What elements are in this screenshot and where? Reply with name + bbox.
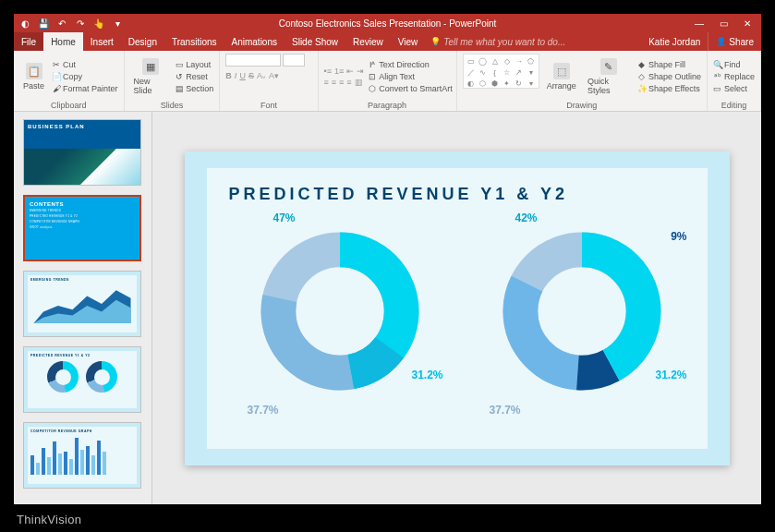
qat-dropdown-icon[interactable]: ▾ (112, 18, 123, 29)
format-painter-icon: 🖌 (52, 84, 61, 93)
bullets-button[interactable]: •≡ (324, 66, 332, 76)
paste-label: Paste (23, 81, 44, 91)
shape-fill-label: Shape Fill (648, 60, 685, 69)
reset-button[interactable]: ↺Reset (175, 71, 213, 82)
font-family-combo[interactable] (225, 54, 281, 66)
monitor-brand: ThinkVision (17, 513, 81, 526)
autosave-icon[interactable]: ◐ (19, 18, 30, 29)
tab-review[interactable]: Review (345, 32, 391, 51)
close-button[interactable]: ✕ (741, 18, 754, 29)
numbering-button[interactable]: 1≡ (334, 66, 344, 76)
ribbon: 📋Paste ✂Cut 📄Copy 🖌Format Painter Clipbo… (14, 51, 761, 112)
paste-button[interactable]: 📋Paste (19, 54, 48, 100)
undo-icon[interactable]: ↶ (56, 18, 67, 29)
select-icon: ▭ (713, 84, 722, 93)
donut-y1-label-312: 31.2% (411, 369, 442, 381)
indent-decrease-button[interactable]: ⇤ (346, 66, 354, 76)
shape-effects-label: Shape Effects (648, 84, 700, 93)
align-text-icon: ⊡ (368, 72, 377, 81)
align-center-button[interactable]: ≡ (332, 78, 336, 87)
tab-design[interactable]: Design (121, 32, 164, 51)
font-color-button[interactable]: A▾ (269, 71, 279, 80)
group-label-editing: Editing (713, 101, 755, 110)
thumb-5-bar-chart (30, 436, 134, 475)
share-button[interactable]: Share (708, 32, 761, 51)
shape-outline-icon: ◇ (637, 72, 647, 81)
underline-button[interactable]: U (239, 71, 246, 80)
cut-button[interactable]: ✂Cut (52, 59, 118, 70)
donut-chart-y2[interactable]: 42% 9% 31.2% 37.7% (471, 210, 685, 431)
section-button[interactable]: ▤Section (175, 83, 213, 94)
slide-thumbnail-panel[interactable]: BUSINESS PLAN CONTENTS EMERGING TRENDS P… (14, 112, 152, 504)
text-direction-icon: Iᴬ (368, 60, 377, 69)
columns-button[interactable]: ▥ (355, 78, 363, 87)
select-button[interactable]: ▭Select (713, 83, 755, 94)
redo-icon[interactable]: ↷ (75, 18, 86, 29)
slide-thumb-1[interactable]: BUSINESS PLAN (23, 119, 141, 186)
align-right-button[interactable]: ≡ (339, 78, 344, 87)
save-icon[interactable]: 💾 (38, 18, 49, 29)
tab-insert[interactable]: Insert (83, 32, 121, 51)
ribbon-group-paragraph: •≡ 1≡ ⇤ ⇥ ≡ ≡ ≡ ≡ ▥ IᴬText Direction (319, 51, 457, 111)
donut-y1-label-47: 47% (273, 212, 296, 224)
bold-button[interactable]: B (225, 71, 232, 80)
text-direction-button[interactable]: IᴬText Direction (368, 59, 453, 70)
quick-styles-button[interactable]: ✎Quick Styles (584, 54, 634, 100)
thumb-2-line-4: SWOT analysis (30, 225, 135, 229)
tab-view[interactable]: View (391, 32, 426, 51)
touch-icon[interactable]: 👆 (93, 18, 104, 29)
thumb-3-area-chart (30, 284, 134, 323)
replace-button[interactable]: ᵃᵇReplace (713, 71, 755, 82)
strike-button[interactable]: S (248, 71, 254, 80)
format-painter-button[interactable]: 🖌Format Painter (52, 83, 118, 94)
tab-animations[interactable]: Animations (224, 32, 285, 51)
shape-outline-button[interactable]: ◇Shape Outline (637, 71, 701, 82)
cut-icon: ✂ (52, 60, 61, 69)
find-button[interactable]: 🔍Find (713, 59, 755, 70)
copy-icon: 📄 (52, 72, 61, 81)
align-text-label: Align Text (379, 72, 415, 81)
section-label: Section (186, 84, 213, 93)
tab-transitions[interactable]: Transitions (164, 32, 224, 51)
reset-label: Reset (186, 72, 208, 81)
shapes-gallery[interactable]: ▭◯△◇→⬠ ／∿{☆↗▾ ◐⬡⬢✦↻▾ (463, 54, 539, 89)
slide-thumb-5[interactable]: COMPETITOR REVENUE GRAPH (23, 422, 141, 489)
tell-me-search[interactable]: Tell me what you want to do... (430, 32, 565, 51)
find-icon: 🔍 (713, 60, 722, 69)
donut-chart-y1[interactable]: 47% 31.2% 37.7% (229, 210, 443, 431)
tab-file[interactable]: File (14, 32, 43, 51)
layout-button[interactable]: ▭Layout (175, 59, 213, 70)
find-label: Find (724, 60, 741, 69)
cut-label: Cut (63, 60, 76, 69)
ribbon-group-editing: 🔍Find ᵃᵇReplace ▭Select Editing (708, 51, 761, 111)
shape-effects-button[interactable]: ✨Shape Effects (637, 83, 701, 94)
tab-slideshow[interactable]: Slide Show (285, 32, 345, 51)
slide-canvas[interactable]: PREDICTED REVENUE Y1 & Y2 47% 31.2% 37.7… (152, 112, 761, 504)
italic-button[interactable]: I (235, 71, 237, 80)
justify-button[interactable]: ≡ (346, 78, 351, 87)
copy-button[interactable]: 📄Copy (52, 71, 118, 82)
window-title: Contoso Electronics Sales Presentation -… (279, 18, 497, 29)
select-label: Select (724, 84, 747, 93)
align-left-button[interactable]: ≡ (324, 78, 329, 87)
slide-thumb-4[interactable]: PREDICTED REVENUE Y1 & Y2 (23, 346, 141, 413)
minimize-button[interactable]: — (693, 18, 706, 29)
indent-increase-button[interactable]: ⇥ (357, 66, 364, 76)
maximize-button[interactable]: ▭ (717, 18, 730, 29)
clear-format-button[interactable]: Aᵥ (257, 71, 266, 80)
new-slide-label: New Slide (134, 77, 168, 95)
shape-fill-button[interactable]: ◆Shape Fill (637, 59, 701, 70)
thumb-5-title: COMPETITOR REVENUE GRAPH (30, 429, 134, 433)
smartart-button[interactable]: ⬡Convert to SmartArt (368, 83, 453, 94)
titlebar: ◐ 💾 ↶ ↷ 👆 ▾ Contoso Electronics Sales Pr… (14, 14, 761, 32)
slide-thumb-3[interactable]: EMERGING TRENDS (23, 271, 141, 337)
slide-thumb-2[interactable]: CONTENTS EMERGING TRENDS PREDICTED REVEN… (23, 195, 141, 261)
new-slide-button[interactable]: ▦New Slide (130, 54, 172, 100)
align-text-button[interactable]: ⊡Align Text (368, 71, 453, 82)
user-name[interactable]: Katie Jordan (641, 32, 708, 51)
slide[interactable]: PREDICTED REVENUE Y1 & Y2 47% 31.2% 37.7… (185, 151, 730, 466)
tab-home[interactable]: Home (43, 32, 83, 51)
slide-title[interactable]: PREDICTED REVENUE Y1 & Y2 (229, 185, 685, 204)
arrange-button[interactable]: ⬚Arrange (543, 54, 580, 100)
font-size-combo[interactable] (283, 54, 305, 66)
